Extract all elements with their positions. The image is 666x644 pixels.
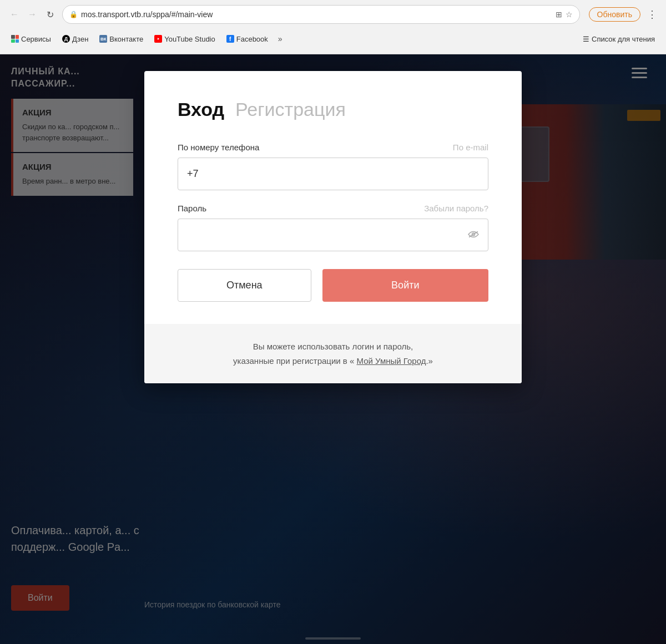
modal-main: Вход Регистрация По номеру телефона По e… (144, 71, 522, 324)
reading-list-button[interactable]: ☰ Список для чтения (578, 33, 659, 45)
dzen-icon: Д (62, 35, 70, 43)
method-email[interactable]: По e-mail (453, 143, 488, 152)
url-input[interactable] (81, 10, 552, 19)
facebook-icon: f (226, 35, 234, 43)
bookmarks-bar: Сервисы Д Дзен ВК Вконтакте YouTube Stud… (0, 29, 666, 49)
address-bar[interactable]: 🔒 ⊞ ☆ (62, 5, 580, 24)
bookmark-services[interactable]: Сервисы (7, 33, 56, 45)
modal-overlay: Вход Регистрация По номеру телефона По e… (0, 54, 666, 644)
modal-buttons: Отмена Войти (178, 269, 488, 302)
browser-actions: Обновить ⋮ (589, 6, 659, 23)
password-label-row: Пароль Забыли пароль? (178, 204, 488, 213)
reading-list-icon: ☰ (583, 35, 589, 43)
bookmark-vk-label: Вконтакте (109, 35, 143, 43)
svg-marker-0 (158, 38, 159, 40)
password-wrapper (178, 219, 488, 251)
bookmark-vk[interactable]: ВК Вконтакте (95, 33, 148, 45)
submit-login-button[interactable]: Войти (322, 269, 488, 302)
bookmark-services-label: Сервисы (21, 35, 51, 43)
method-phone[interactable]: По номеру телефона (178, 143, 259, 152)
footer-text-2: указанные при регистрации в « Мой Умный … (233, 356, 433, 366)
forgot-password-link[interactable]: Забыли пароль? (424, 204, 488, 213)
lock-icon: 🔒 (69, 11, 78, 18)
phone-input[interactable] (178, 158, 488, 190)
footer-text-1: Вы можете использовать логин и пароль, (253, 342, 413, 351)
login-method-row: По номеру телефона По e-mail (178, 143, 488, 152)
vk-icon: ВК (99, 35, 107, 43)
browser-menu-icon[interactable]: ⋮ (645, 6, 659, 23)
tab-login[interactable]: Вход (178, 99, 224, 120)
bookmark-dzen[interactable]: Д Дзен (58, 33, 93, 45)
nav-buttons: ← → ↻ (7, 7, 58, 22)
bookmark-dzen-label: Дзен (72, 35, 88, 43)
browser-chrome: ← → ↻ 🔒 ⊞ ☆ Обновить ⋮ Сервисы Д (0, 0, 666, 54)
reading-list-label: Список для чтения (592, 35, 655, 43)
modal-footer: Вы можете использовать логин и пароль, у… (144, 324, 522, 383)
forward-button[interactable]: → (24, 7, 40, 22)
bookmark-star-icon[interactable]: ☆ (566, 10, 573, 19)
bookmark-facebook[interactable]: f Facebook (222, 33, 273, 45)
cancel-button[interactable]: Отмена (178, 269, 311, 302)
login-modal: Вход Регистрация По номеру телефона По e… (144, 71, 522, 383)
bookmark-youtube-label: YouTube Studio (164, 35, 215, 43)
bookmarks-more-icon[interactable]: » (275, 32, 286, 45)
back-button[interactable]: ← (7, 7, 22, 22)
bookmark-facebook-label: Facebook (236, 35, 268, 43)
password-label: Пароль (178, 204, 206, 213)
translate-icon[interactable]: ⊞ (556, 10, 562, 19)
tab-register[interactable]: Регистрация (235, 99, 346, 120)
update-button[interactable]: Обновить (589, 7, 640, 22)
auth-tabs: Вход Регистрация (178, 99, 488, 120)
reload-button[interactable]: ↻ (42, 7, 58, 22)
browser-toolbar: ← → ↻ 🔒 ⊞ ☆ Обновить ⋮ (0, 0, 666, 29)
smart-city-link[interactable]: Мой Умный Город (357, 356, 426, 366)
password-input[interactable] (178, 219, 488, 251)
toggle-password-icon[interactable] (467, 229, 480, 241)
youtube-icon (154, 35, 162, 43)
bookmark-youtube[interactable]: YouTube Studio (150, 33, 220, 45)
grid-icon (11, 35, 19, 43)
